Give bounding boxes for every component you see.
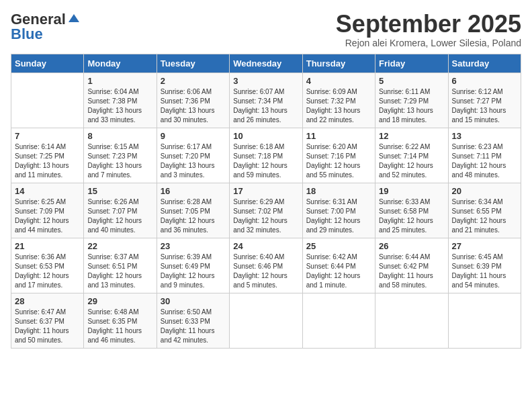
day-cell: 1Sunrise: 6:04 AMSunset: 7:38 PMDaylight… [84,73,157,128]
day-cell [302,293,375,348]
day-number: 22 [87,241,152,251]
day-info: Sunrise: 6:42 AMSunset: 6:44 PMDaylight:… [306,253,371,290]
week-row-1: 1Sunrise: 6:04 AMSunset: 7:38 PMDaylight… [11,73,521,128]
day-number: 8 [87,131,152,141]
day-number: 4 [306,76,371,86]
day-number: 19 [379,186,444,196]
week-row-5: 28Sunrise: 6:47 AMSunset: 6:37 PMDayligh… [11,293,521,348]
day-info: Sunrise: 6:04 AMSunset: 7:38 PMDaylight:… [87,87,152,125]
day-cell: 24Sunrise: 6:40 AMSunset: 6:46 PMDayligh… [230,238,302,293]
day-cell: 16Sunrise: 6:28 AMSunset: 7:05 PMDayligh… [157,183,229,238]
day-info: Sunrise: 6:28 AMSunset: 7:05 PMDaylight:… [161,197,226,235]
svg-marker-0 [69,14,79,22]
day-cell [11,73,84,128]
day-number: 20 [452,186,517,196]
day-number: 28 [15,296,80,306]
day-info: Sunrise: 6:14 AMSunset: 7:25 PMDaylight:… [15,142,80,180]
day-cell: 14Sunrise: 6:25 AMSunset: 7:09 PMDayligh… [11,183,84,238]
day-info: Sunrise: 6:34 AMSunset: 6:55 PMDaylight:… [452,197,517,235]
day-number: 16 [161,186,226,196]
header-thursday: Thursday [302,54,375,73]
day-info: Sunrise: 6:37 AMSunset: 6:51 PMDaylight:… [87,253,152,290]
day-info: Sunrise: 6:50 AMSunset: 6:33 PMDaylight:… [161,308,226,345]
day-info: Sunrise: 6:18 AMSunset: 7:18 PMDaylight:… [233,142,298,180]
day-number: 2 [161,76,226,86]
day-number: 10 [233,131,298,141]
day-cell: 6Sunrise: 6:12 AMSunset: 7:27 PMDaylight… [448,73,521,128]
header-monday: Monday [84,54,157,73]
day-cell: 13Sunrise: 6:23 AMSunset: 7:11 PMDayligh… [448,128,521,183]
day-number: 15 [87,186,152,196]
day-cell: 27Sunrise: 6:45 AMSunset: 6:39 PMDayligh… [448,238,521,293]
header-friday: Friday [375,54,448,73]
day-cell: 26Sunrise: 6:44 AMSunset: 6:42 PMDayligh… [375,238,448,293]
day-info: Sunrise: 6:26 AMSunset: 7:07 PMDaylight:… [87,197,152,235]
day-cell [375,293,448,348]
day-number: 14 [15,186,80,196]
day-cell: 7Sunrise: 6:14 AMSunset: 7:25 PMDaylight… [11,128,84,183]
day-cell: 25Sunrise: 6:42 AMSunset: 6:44 PMDayligh… [302,238,375,293]
day-cell: 30Sunrise: 6:50 AMSunset: 6:33 PMDayligh… [157,293,229,348]
day-info: Sunrise: 6:22 AMSunset: 7:14 PMDaylight:… [379,142,444,180]
day-number: 9 [161,131,226,141]
day-info: Sunrise: 6:47 AMSunset: 6:37 PMDaylight:… [15,308,80,345]
day-cell: 23Sunrise: 6:39 AMSunset: 6:49 PMDayligh… [157,238,229,293]
day-number: 7 [15,131,80,141]
title-block: September 2025 Rejon alei Kromera, Lower… [336,11,521,48]
day-cell: 3Sunrise: 6:07 AMSunset: 7:34 PMDaylight… [230,73,302,128]
day-cell: 21Sunrise: 6:36 AMSunset: 6:53 PMDayligh… [11,238,84,293]
day-info: Sunrise: 6:48 AMSunset: 6:35 PMDaylight:… [87,308,152,345]
day-number: 3 [233,76,298,86]
day-info: Sunrise: 6:44 AMSunset: 6:42 PMDaylight:… [379,253,444,290]
day-cell: 29Sunrise: 6:48 AMSunset: 6:35 PMDayligh… [84,293,157,348]
page-header: General Blue September 2025 Rejon alei K… [11,11,521,48]
day-cell: 18Sunrise: 6:31 AMSunset: 7:00 PMDayligh… [302,183,375,238]
day-info: Sunrise: 6:36 AMSunset: 6:53 PMDaylight:… [15,253,80,290]
logo-blue: Blue [11,26,43,43]
day-number: 23 [161,241,226,251]
week-row-2: 7Sunrise: 6:14 AMSunset: 7:25 PMDaylight… [11,128,521,183]
day-number: 18 [306,186,371,196]
day-number: 26 [379,241,444,251]
header-row: SundayMondayTuesdayWednesdayThursdayFrid… [11,54,521,73]
day-number: 25 [306,241,371,251]
day-number: 30 [161,296,226,306]
day-cell: 9Sunrise: 6:17 AMSunset: 7:20 PMDaylight… [157,128,229,183]
day-info: Sunrise: 6:31 AMSunset: 7:00 PMDaylight:… [306,197,371,235]
day-number: 6 [452,76,517,86]
day-info: Sunrise: 6:09 AMSunset: 7:32 PMDaylight:… [306,87,371,125]
day-number: 13 [452,131,517,141]
day-cell: 22Sunrise: 6:37 AMSunset: 6:51 PMDayligh… [84,238,157,293]
day-info: Sunrise: 6:23 AMSunset: 7:11 PMDaylight:… [452,142,517,180]
day-info: Sunrise: 6:07 AMSunset: 7:34 PMDaylight:… [233,87,298,125]
day-info: Sunrise: 6:20 AMSunset: 7:16 PMDaylight:… [306,142,371,180]
day-info: Sunrise: 6:25 AMSunset: 7:09 PMDaylight:… [15,197,80,235]
day-cell: 11Sunrise: 6:20 AMSunset: 7:16 PMDayligh… [302,128,375,183]
day-cell: 19Sunrise: 6:33 AMSunset: 6:58 PMDayligh… [375,183,448,238]
day-info: Sunrise: 6:45 AMSunset: 6:39 PMDaylight:… [452,253,517,290]
header-wednesday: Wednesday [230,54,302,73]
day-info: Sunrise: 6:12 AMSunset: 7:27 PMDaylight:… [452,87,517,125]
logo: General Blue [11,11,81,43]
day-number: 21 [15,241,80,251]
day-cell [230,293,302,348]
day-cell: 12Sunrise: 6:22 AMSunset: 7:14 PMDayligh… [375,128,448,183]
day-cell: 15Sunrise: 6:26 AMSunset: 7:07 PMDayligh… [84,183,157,238]
calendar-table: SundayMondayTuesdayWednesdayThursdayFrid… [11,54,521,349]
header-sunday: Sunday [11,54,84,73]
day-cell: 5Sunrise: 6:11 AMSunset: 7:29 PMDaylight… [375,73,448,128]
day-number: 24 [233,241,298,251]
subtitle: Rejon alei Kromera, Lower Silesia, Polan… [336,38,521,48]
day-cell: 4Sunrise: 6:09 AMSunset: 7:32 PMDaylight… [302,73,375,128]
month-title: September 2025 [336,11,521,38]
day-cell: 28Sunrise: 6:47 AMSunset: 6:37 PMDayligh… [11,293,84,348]
day-cell: 8Sunrise: 6:15 AMSunset: 7:23 PMDaylight… [84,128,157,183]
day-info: Sunrise: 6:40 AMSunset: 6:46 PMDaylight:… [233,253,298,290]
day-number: 5 [379,76,444,86]
day-cell: 10Sunrise: 6:18 AMSunset: 7:18 PMDayligh… [230,128,302,183]
day-info: Sunrise: 6:06 AMSunset: 7:36 PMDaylight:… [161,87,226,125]
day-number: 27 [452,241,517,251]
day-info: Sunrise: 6:11 AMSunset: 7:29 PMDaylight:… [379,87,444,125]
day-cell: 2Sunrise: 6:06 AMSunset: 7:36 PMDaylight… [157,73,229,128]
day-info: Sunrise: 6:15 AMSunset: 7:23 PMDaylight:… [87,142,152,180]
